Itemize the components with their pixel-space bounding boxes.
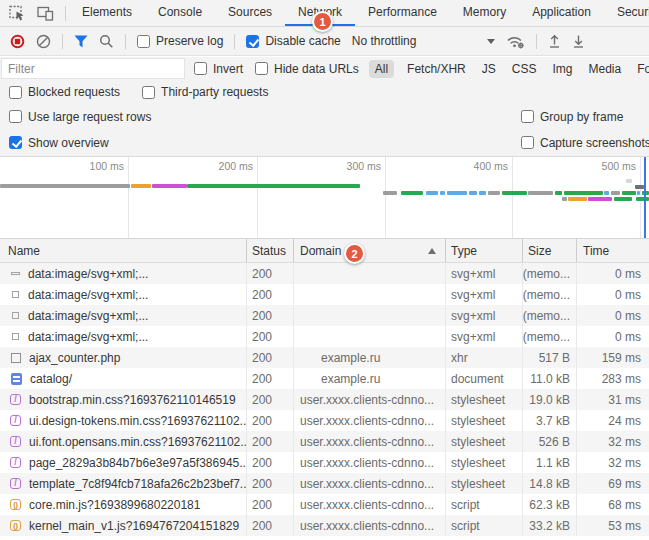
group-by-frame-checkbox[interactable] [521,110,534,123]
filter-type-js[interactable]: JS [479,60,499,78]
show-overview-checkbox[interactable] [9,136,22,149]
time-gridline [128,157,129,239]
hide-data-urls-checkbox[interactable] [255,62,268,75]
column-header-size[interactable]: Size [523,239,577,262]
request-row[interactable]: ajax_counter.php200example.ruxhr517 B159… [0,347,649,368]
time-cell: 32 ms [577,431,649,452]
sort-arrow-icon [428,248,436,254]
use-large-request-rows-label[interactable]: Use large request rows [28,110,151,124]
waterfall-segment [626,179,632,183]
column-header-status[interactable]: Status [247,239,294,262]
show-overview-label[interactable]: Show overview [28,136,109,150]
filter-type-font[interactable]: Font [634,60,649,78]
invert-label[interactable]: Invert [213,62,243,76]
request-name-cell: ()core.min.js?1693899680220181 [0,494,247,515]
network-conditions-icon[interactable] [506,34,525,49]
column-header-type[interactable]: Type [446,239,523,262]
request-row[interactable]: data:image/svg+xml;...200svg+xml(memo...… [0,263,649,284]
device-toolbar-icon[interactable] [37,6,54,21]
import-har-icon[interactable] [548,34,561,48]
filter-funnel-icon[interactable] [74,35,88,48]
waterfall-segment [401,191,423,195]
waterfall-segment [383,191,397,195]
domain-cell [294,263,446,284]
tab-performance[interactable]: Performance [355,0,450,26]
filter-type-all[interactable]: All [369,60,394,78]
waterfall-segment [635,185,644,189]
request-row[interactable]: data:image/svg+xml;...200svg+xml(memo...… [0,326,649,347]
domain-cell [294,326,446,347]
request-name: data:image/svg+xml;... [28,330,148,344]
use-large-request-rows-checkbox[interactable] [9,110,22,123]
tab-sources[interactable]: Sources [215,0,285,26]
type-cell: svg+xml [446,326,523,347]
inspect-element-icon[interactable] [9,5,26,21]
preserve-log-checkbox[interactable] [137,35,150,48]
export-har-icon[interactable] [572,34,585,48]
request-row[interactable]: /ui.design-tokens.min.css?16937621102...… [0,410,649,431]
filter-input[interactable] [1,58,185,79]
capture-screenshots-checkbox[interactable] [521,136,534,149]
invert-checkbox[interactable] [194,62,207,75]
css-file-icon: / [10,478,21,489]
filter-type-img[interactable]: Img [549,60,575,78]
clear-network-log-icon[interactable] [36,34,51,49]
time-cell: 283 ms [577,368,649,389]
tab-application[interactable]: Application [519,0,604,26]
waterfall-segment [469,191,477,195]
blocked-requests-checkbox[interactable] [9,86,22,99]
load-event-line [644,157,646,239]
request-name-cell: catalog/ [0,368,247,389]
request-row[interactable]: ()core.min.js?1693899680220181200user.xx… [0,494,649,515]
throttling-select[interactable]: No throttling [352,34,496,48]
column-header-name[interactable]: Name [0,239,247,262]
column-header-domain[interactable]: Domain [294,239,446,262]
request-row[interactable]: /page_2829a3b84b7b6e3e97a5f386945...200u… [0,452,649,473]
group-by-frame-label[interactable]: Group by frame [540,110,623,124]
tab-elements[interactable]: Elements [69,0,145,26]
request-name-cell: /ui.font.opensans.min.css?16937621102... [0,431,247,452]
filter-type-media[interactable]: Media [585,60,624,78]
filter-type-css[interactable]: CSS [509,60,540,78]
capture-screenshots-label[interactable]: Capture screenshots [540,136,649,150]
type-cell: document [446,368,523,389]
waterfall-segment [502,191,527,195]
waterfall-segment [488,191,500,195]
request-row[interactable]: ()kernel_main_v1.js?1694767204151829200u… [0,515,649,536]
request-row[interactable]: data:image/svg+xml;...200svg+xml(memo...… [0,305,649,326]
request-name: bootstrap.min.css?1693762110146519 [29,393,236,407]
options-row-2: Use large request rows Group by frame [0,104,649,129]
search-icon[interactable] [99,34,114,49]
hide-data-urls-label[interactable]: Hide data URLs [274,62,359,76]
time-gridline [257,157,258,239]
time-gridline [512,157,513,239]
request-row[interactable]: catalog/200example.rudocument11.0 kB283 … [0,368,649,389]
waterfall-segment [636,197,649,201]
record-network-log-icon[interactable] [10,34,25,49]
blocked-requests-label[interactable]: Blocked requests [28,85,120,99]
third-party-requests-checkbox[interactable] [142,86,155,99]
request-row[interactable]: data:image/svg+xml;...200svg+xml(memo...… [0,284,649,305]
requests-table: NameStatusDomainTypeSizeTime data:image/… [0,238,649,540]
network-overview[interactable]: 100 ms200 ms300 ms400 ms500 ms [0,156,649,239]
disable-cache-label[interactable]: Disable cache [265,34,340,48]
status-cell: 200 [247,326,294,347]
tab-security[interactable]: Security [604,0,649,26]
request-row[interactable]: /bootstrap.min.css?1693762110146519200us… [0,389,649,410]
size-cell: 3.7 kB [523,410,577,431]
disable-cache-checkbox[interactable] [246,35,259,48]
preserve-log-label[interactable]: Preserve log [156,34,223,48]
table-header: NameStatusDomainTypeSizeTime [0,238,649,263]
tab-memory[interactable]: Memory [450,0,519,26]
request-row[interactable]: /ui.font.opensans.min.css?16937621102...… [0,431,649,452]
status-cell: 200 [247,494,294,515]
request-row[interactable]: /template_7c8f94fcb718afa26c2b23bef7...2… [0,473,649,494]
tab-console[interactable]: Console [145,0,215,26]
type-cell: stylesheet [446,431,523,452]
time-cell: 0 ms [577,263,649,284]
filter-type-fetch-xhr[interactable]: Fetch/XHR [404,60,469,78]
column-header-time[interactable]: Time [577,239,649,262]
third-party-requests-label[interactable]: Third-party requests [161,85,268,99]
js-file-icon: () [10,520,21,531]
divider [62,34,63,49]
